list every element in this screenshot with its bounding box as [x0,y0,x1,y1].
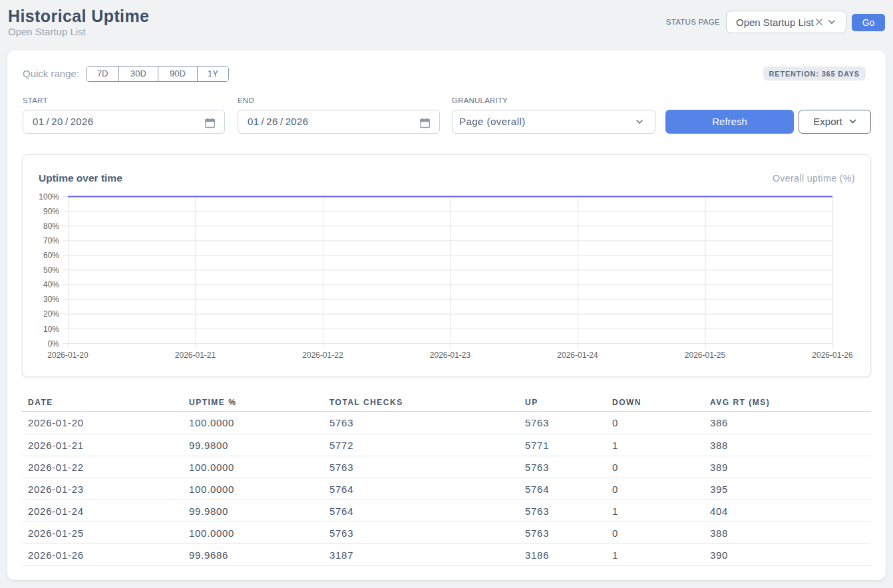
svg-text:70%: 70% [43,236,59,245]
svg-text:90%: 90% [43,206,59,216]
svg-text:2026-01-21: 2026-01-21 [175,351,216,360]
svg-text:50%: 50% [43,265,59,275]
svg-text:80%: 80% [43,221,59,230]
svg-text:0%: 0% [48,339,60,348]
svg-text:60%: 60% [43,251,59,260]
svg-text:2026-01-23: 2026-01-23 [430,351,471,360]
svg-text:2026-01-26: 2026-01-26 [812,351,853,360]
svg-text:100%: 100% [39,192,59,201]
svg-text:2026-01-24: 2026-01-24 [557,351,598,360]
svg-text:2026-01-20: 2026-01-20 [47,351,89,360]
svg-text:2026-01-22: 2026-01-22 [302,351,343,360]
svg-text:40%: 40% [43,280,59,289]
svg-text:10%: 10% [43,324,59,333]
svg-text:20%: 20% [43,309,59,319]
svg-text:2026-01-25: 2026-01-25 [685,351,726,360]
svg-text:30%: 30% [43,295,59,304]
